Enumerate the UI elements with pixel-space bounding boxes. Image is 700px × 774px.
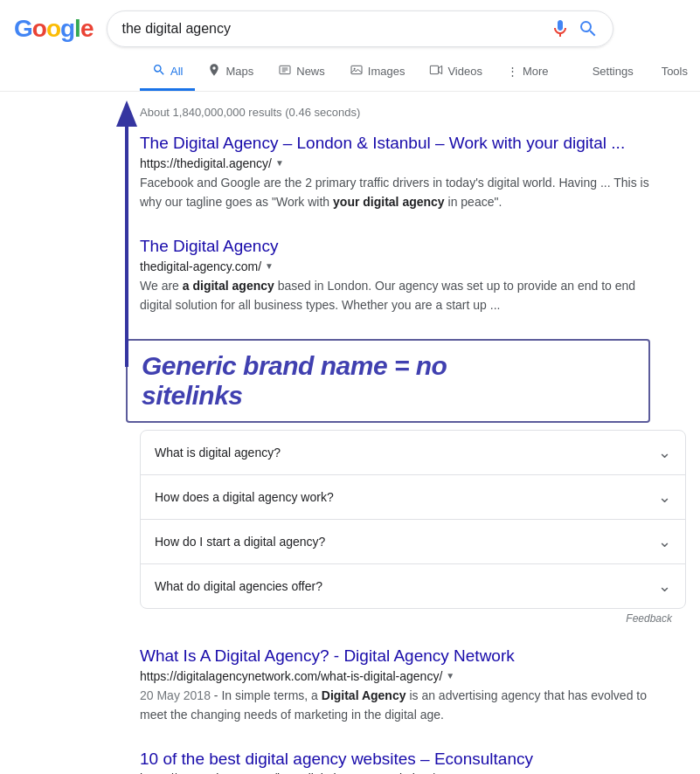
tab-news[interactable]: News xyxy=(266,54,337,91)
faq-item-4[interactable]: What do digital agencies offer? ⌄ xyxy=(141,564,685,608)
result-3-title[interactable]: What Is A Digital Agency? - Digital Agen… xyxy=(140,646,515,665)
results-count: About 1,840,000,000 results (0.46 second… xyxy=(140,99,664,133)
result-1-url-text: https://thedigital.agency/ xyxy=(140,156,272,170)
tab-news-label: News xyxy=(296,65,325,78)
search-submit-icon[interactable] xyxy=(578,18,599,39)
result-2-url-dropdown[interactable]: ▼ xyxy=(265,261,274,271)
result-1-snippet: Facebook and Google are the 2 primary tr… xyxy=(140,173,664,211)
faq-item-1[interactable]: What is digital agency? ⌄ xyxy=(141,431,685,475)
tab-more-label: More xyxy=(523,65,549,78)
header: Google xyxy=(0,0,700,47)
tab-maps-label: Maps xyxy=(225,65,253,78)
tab-more[interactable]: ⋮ More xyxy=(495,56,561,89)
results-area: About 1,840,000,000 results (0.46 second… xyxy=(0,92,664,423)
result-3-url-dropdown[interactable]: ▼ xyxy=(446,671,454,681)
svg-marker-7 xyxy=(439,66,442,73)
result-2-url: thedigital-agency.com/ ▼ xyxy=(140,259,664,273)
tab-images-label: Images xyxy=(368,65,405,78)
mic-icon[interactable] xyxy=(550,18,571,39)
svg-rect-4 xyxy=(351,66,362,73)
search-result-3: What Is A Digital Agency? - Digital Agen… xyxy=(140,646,664,724)
search-result-2: The Digital Agency thedigital-agency.com… xyxy=(140,236,664,314)
google-logo: Google xyxy=(14,15,93,43)
result-2-title[interactable]: The Digital Agency xyxy=(140,237,278,255)
result-1-title[interactable]: The Digital Agency – London & Istanbul –… xyxy=(140,134,625,152)
tab-maps[interactable]: Maps xyxy=(195,54,266,91)
result-3-url: https://digitalagencynetwork.com/what-is… xyxy=(140,669,664,683)
annotation-box: Generic brand name = no sitelinks xyxy=(126,339,650,423)
svg-rect-6 xyxy=(431,66,439,73)
faq-container: What is digital agency? ⌄ How does a dig… xyxy=(0,423,700,632)
maps-icon xyxy=(207,63,221,79)
result-3-date: 20 May 2018 xyxy=(140,688,211,702)
result-1-url: https://thedigital.agency/ ▼ xyxy=(140,156,664,170)
tab-tools-label: Tools xyxy=(662,65,688,78)
tab-settings[interactable]: Settings xyxy=(580,56,646,89)
chevron-down-icon-3: ⌄ xyxy=(658,532,671,551)
annotation-text: Generic brand name = no sitelinks xyxy=(142,351,447,410)
search-result-1: The Digital Agency – London & Istanbul –… xyxy=(140,133,664,211)
nav-right: Settings Tools xyxy=(580,56,700,89)
tab-settings-label: Settings xyxy=(593,65,634,78)
faq-item-2[interactable]: How does a digital agency work? ⌄ xyxy=(141,475,685,520)
chevron-down-icon-1: ⌄ xyxy=(658,443,671,462)
tab-videos-label: Videos xyxy=(447,65,482,78)
nav-tabs: All Maps News Ima xyxy=(0,54,700,92)
search-bar xyxy=(107,10,613,47)
images-icon xyxy=(350,63,364,79)
search-icon xyxy=(152,63,166,79)
results-wrapper: About 1,840,000,000 results (0.46 second… xyxy=(0,92,700,423)
result-2-snippet: We are a digital agency based in London.… xyxy=(140,276,664,314)
videos-icon xyxy=(429,63,443,79)
faq-item-3[interactable]: How do I start a digital agency? ⌄ xyxy=(141,520,685,564)
faq-question-3: How do I start a digital agency? xyxy=(155,535,325,549)
news-icon xyxy=(278,63,292,79)
chevron-down-icon-2: ⌄ xyxy=(658,487,671,507)
tab-tools[interactable]: Tools xyxy=(649,56,700,89)
faq-section: What is digital agency? ⌄ How does a dig… xyxy=(140,430,686,609)
tab-images[interactable]: Images xyxy=(337,54,418,91)
faq-question-1: What is digital agency? xyxy=(155,446,281,460)
tab-all[interactable]: All xyxy=(140,54,195,91)
tab-all-label: All xyxy=(170,65,183,78)
svg-point-5 xyxy=(353,68,355,70)
faq-question-4: What do digital agencies offer? xyxy=(155,579,322,593)
search-input[interactable] xyxy=(121,21,543,37)
chevron-down-icon-4: ⌄ xyxy=(658,577,671,596)
tab-videos[interactable]: Videos xyxy=(417,54,495,91)
faq-question-2: How does a digital agency work? xyxy=(155,490,334,504)
more-results-area: What Is A Digital Agency? - Digital Agen… xyxy=(0,639,664,774)
result-3-snippet: 20 May 2018 - In simple terms, a Digital… xyxy=(140,686,664,724)
feedback-label[interactable]: Feedback xyxy=(0,609,686,632)
result-1-url-dropdown[interactable]: ▼ xyxy=(275,158,284,168)
result-4-title[interactable]: 10 of the best digital agency websites –… xyxy=(140,750,533,768)
search-result-4: 10 of the best digital agency websites –… xyxy=(140,749,664,774)
result-2-url-text: thedigital-agency.com/ xyxy=(140,259,261,273)
result-3-url-text: https://digitalagencynetwork.com/what-is… xyxy=(140,669,442,683)
more-dots-icon: ⋮ xyxy=(507,65,518,78)
